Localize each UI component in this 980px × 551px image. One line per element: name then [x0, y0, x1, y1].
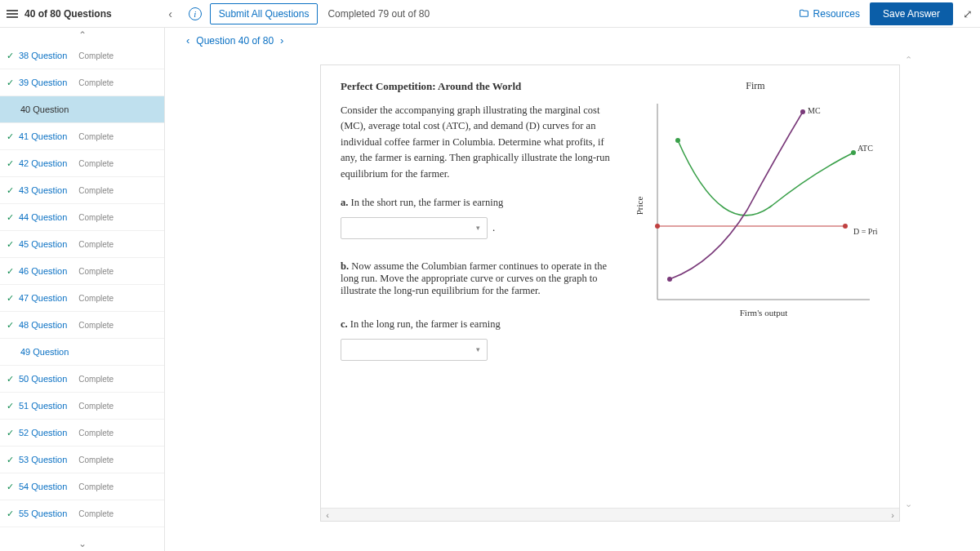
check-icon: ✓ — [7, 51, 14, 61]
caret-down-icon: ▾ — [476, 224, 480, 232]
prev-question-icon[interactable]: ‹ — [186, 34, 189, 47]
mc-curve[interactable] — [670, 112, 803, 279]
scroll-up-icon[interactable]: ⌃ — [905, 53, 912, 66]
check-icon: ✓ — [7, 293, 14, 304]
caret-down-icon: ▾ — [476, 345, 480, 353]
sidebar-item-q48[interactable]: ✓48 QuestionComplete — [0, 312, 164, 339]
prev-top-icon[interactable]: ‹ — [161, 7, 180, 20]
sidebar-item-label: 51 Question — [19, 401, 67, 411]
sidebar-item-q40[interactable]: 40 Question — [0, 96, 164, 123]
check-icon: ✓ — [7, 401, 14, 411]
sidebar-item-q56[interactable]: ✓56 QuestionComplete — [0, 527, 164, 536]
sidebar-item-label: 53 Question — [19, 455, 67, 464]
sidebar-item-q54[interactable]: ✓54 QuestionComplete — [0, 473, 164, 500]
next-question-icon[interactable]: › — [280, 34, 283, 47]
completed-status: Completed 79 out of 80 — [327, 8, 430, 20]
sidebar-item-q50[interactable]: ✓50 QuestionComplete — [0, 366, 164, 393]
submit-all-button[interactable]: Submit All Questions — [210, 3, 318, 24]
svg-point-2 — [655, 224, 660, 229]
resources-link[interactable]: Resources — [799, 8, 860, 20]
svg-point-7 — [800, 109, 805, 114]
check-icon: ✓ — [7, 131, 14, 142]
sidebar-item-q38[interactable]: ✓38 QuestionComplete — [0, 42, 164, 69]
atc-curve[interactable] — [678, 140, 853, 216]
sidebar-item-q41[interactable]: ✓41 QuestionComplete — [0, 123, 164, 150]
check-icon: ✓ — [7, 158, 14, 169]
sidebar-item-q55[interactable]: ✓55 QuestionComplete — [0, 500, 164, 527]
check-icon: ✓ — [7, 455, 14, 465]
firm-graph[interactable]: Firm Price Firm's output D = Price — [633, 80, 878, 382]
pane-vscroll[interactable]: ⌃ ⌄ — [902, 53, 915, 510]
check-icon: ✓ — [7, 266, 14, 277]
sidebar-item-q52[interactable]: ✓52 QuestionComplete — [0, 420, 164, 447]
question-sidebar: ⌃ ✓38 QuestionComplete✓39 QuestionComple… — [0, 28, 165, 551]
menu-icon[interactable] — [7, 10, 18, 18]
check-icon: ✓ — [7, 482, 14, 492]
graph-title: Firm — [633, 80, 878, 92]
sidebar-item-label: 44 Question — [19, 212, 67, 222]
mc-label: MC — [808, 106, 821, 115]
sidebar-up-icon[interactable]: ⌃ — [0, 28, 164, 42]
y-axis-label: Price — [635, 197, 644, 216]
sidebar-item-q49[interactable]: 49 Question — [0, 339, 164, 366]
sidebar-item-status: Complete — [78, 294, 114, 303]
check-icon: ✓ — [7, 239, 14, 250]
sidebar-item-label: 52 Question — [19, 428, 67, 438]
sidebar-item-label: 43 Question — [19, 185, 67, 195]
part-c-label: c. In the long run, the farmer is earnin… — [341, 318, 618, 331]
sidebar-item-label: 38 Question — [19, 51, 67, 60]
sidebar-item-label: 39 Question — [19, 78, 67, 87]
part-a-dropdown[interactable]: ▾ — [341, 217, 488, 239]
fullscreen-icon[interactable]: ⤢ — [963, 7, 970, 20]
part-b-label: b. Now assume the Columbian farmer conti… — [341, 260, 618, 297]
check-icon: ✓ — [7, 212, 14, 223]
sidebar-item-q44[interactable]: ✓44 QuestionComplete — [0, 204, 164, 231]
svg-point-3 — [843, 224, 848, 229]
info-icon[interactable]: i — [189, 7, 202, 20]
sidebar-item-q45[interactable]: ✓45 QuestionComplete — [0, 231, 164, 258]
sidebar-item-q39[interactable]: ✓39 QuestionComplete — [0, 69, 164, 96]
folder-icon — [799, 8, 809, 19]
sidebar-item-label: 49 Question — [20, 347, 69, 357]
sidebar-down-icon[interactable]: ⌄ — [0, 536, 164, 551]
part-c-dropdown[interactable]: ▾ — [341, 339, 488, 361]
sidebar-item-status: Complete — [78, 51, 114, 60]
sidebar-item-q46[interactable]: ✓46 QuestionComplete — [0, 258, 164, 285]
sidebar-item-q43[interactable]: ✓43 QuestionComplete — [0, 177, 164, 204]
scroll-right-icon[interactable]: › — [886, 510, 899, 520]
scroll-left-icon[interactable]: ‹ — [321, 510, 334, 520]
save-answer-button[interactable]: Save Answer — [870, 2, 953, 25]
part-a-suffix: . — [492, 221, 495, 234]
check-icon: ✓ — [7, 320, 14, 331]
pane-hscroll[interactable]: ‹ › — [321, 508, 899, 521]
sidebar-item-status: Complete — [78, 132, 114, 141]
sidebar-item-label: 48 Question — [19, 320, 67, 330]
sidebar-item-q47[interactable]: ✓47 QuestionComplete — [0, 285, 164, 312]
sidebar-item-status: Complete — [78, 482, 114, 491]
sidebar-item-status: Complete — [78, 321, 114, 330]
question-title: Perfect Competition: Around the World — [341, 80, 618, 93]
sidebar-item-label: 47 Question — [19, 293, 67, 303]
sidebar-item-q42[interactable]: ✓42 QuestionComplete — [0, 150, 164, 177]
sidebar-item-label: 55 Question — [19, 509, 67, 518]
question-pane: Perfect Competition: Around the World Co… — [320, 64, 900, 522]
sidebar-item-status: Complete — [78, 402, 114, 411]
sidebar-item-label: 54 Question — [19, 482, 67, 491]
sidebar-item-q51[interactable]: ✓51 QuestionComplete — [0, 393, 164, 420]
check-icon: ✓ — [7, 509, 14, 519]
svg-point-5 — [851, 150, 856, 155]
sidebar-item-status: Complete — [78, 375, 114, 384]
sidebar-item-label: 42 Question — [19, 158, 67, 168]
sidebar-item-status: Complete — [78, 213, 114, 222]
svg-point-4 — [675, 138, 680, 143]
d-label: D = Price — [853, 227, 878, 236]
sidebar-item-label: 40 Question — [20, 104, 69, 114]
question-position: Question 40 of 80 — [196, 35, 274, 47]
sidebar-item-status: Complete — [78, 429, 114, 438]
check-icon: ✓ — [7, 374, 14, 384]
scroll-down-icon[interactable]: ⌄ — [905, 497, 912, 510]
sidebar-item-label: 45 Question — [19, 239, 67, 249]
sidebar-item-status: Complete — [78, 186, 114, 195]
sidebar-item-status: Complete — [78, 455, 114, 464]
sidebar-item-q53[interactable]: ✓53 QuestionComplete — [0, 447, 164, 473]
